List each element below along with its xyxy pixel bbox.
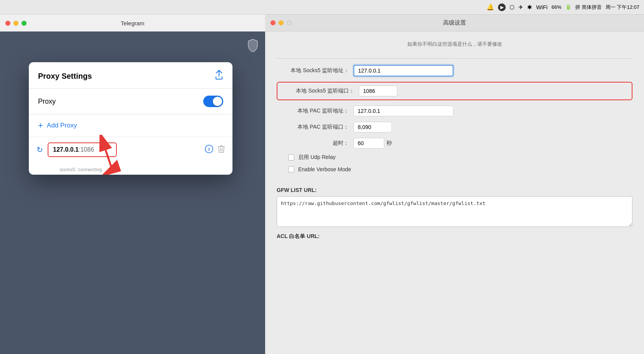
add-proxy-label[interactable]: Add Proxy [47,122,77,129]
location-icon[interactable]: ▶ [498,3,506,11]
proxy-label: Proxy [38,98,56,106]
udp-relay-checkbox[interactable] [288,154,294,160]
telegram-title: Telegram [121,20,144,26]
timeout-input[interactable] [354,138,384,149]
notification-icon[interactable]: 🔔 [486,3,494,11]
socks5-port-label: 本地 Socks5 监听端口： [282,88,359,94]
timeout-row: 超时： 秒 [277,138,632,149]
proxy-address-port: :1086 [79,146,94,153]
acl-url-label: ACL 白名单 URL: [277,233,632,240]
pac-address-label: 本地 PAC 监听地址： [277,108,354,114]
proxy-address-ip: 127.0.0.1 [53,146,79,153]
maximize-button[interactable] [22,21,27,26]
minimize-button[interactable] [13,21,18,26]
proxy-status: socks5: connecting [60,167,102,172]
add-proxy-plus-icon: + [38,121,43,131]
telegram-body: Proxy Settings Proxy + Add Proxy [0,31,265,354]
socks5-address-row: 本地 Socks5 监听地址： [277,65,632,76]
menubar: 🔔 ▶ ⬡ ✈ ✱ WiFi 66% 🔋 拼 简体拼音 周一 下午12:07 [0,0,644,15]
udp-relay-label: 启用 Udp Relay [298,154,335,161]
gfw-url-input[interactable]: https://raw.githubusercontent.com/gfwlis… [277,196,632,227]
settings-body: 如果你不明白这些选项是什么，请不要修改 本地 Socks5 监听地址： 本地 S… [265,31,644,184]
settings-minimize-button[interactable] [279,20,284,25]
battery-indicator: 66% [551,4,561,10]
pac-port-label: 本地 PAC 监听端口： [277,124,354,131]
settings-titlebar: 高级设置 [265,15,644,31]
proxy-toggle[interactable] [203,96,223,107]
pac-address-row: 本地 PAC 监听地址： [277,106,632,116]
socks5-address-label: 本地 Socks5 监听地址： [277,67,354,74]
toggle-knob [213,97,222,106]
telegram-titlebar: Telegram [0,15,265,31]
info-icon[interactable]: i [205,145,213,155]
close-button[interactable] [5,21,10,26]
verbose-mode-checkbox[interactable] [288,166,294,172]
settings-warning: 如果你不明白这些选项是什么，请不要修改 [277,38,632,51]
proxy-modal-title: Proxy Settings [38,72,92,81]
timeout-suffix: 秒 [387,140,392,147]
telegram-pane: Telegram Proxy Settings Proxy [0,15,265,354]
gfw-url-label: GFW LIST URL: [277,187,632,193]
settings-title: 高级设置 [443,19,466,26]
timeout-label: 超时： [277,140,354,147]
menubar-right: 🔔 ▶ ⬡ ✈ ✱ WiFi 66% 🔋 拼 简体拼音 周一 下午12:07 [486,3,639,11]
battery-icon: 🔋 [565,4,571,10]
socks5-address-input[interactable] [354,65,453,76]
menubar-time: 周一 下午12:07 [606,4,639,11]
telegram-window-controls [5,21,27,26]
svg-text:i: i [208,146,210,152]
bluetooth-icon[interactable]: ✱ [527,4,532,11]
proxy-settings-modal: Proxy Settings Proxy + Add Proxy [29,62,232,175]
cursor-icon: ⬡ [510,4,515,11]
pac-address-input[interactable] [354,106,453,116]
send-icon[interactable]: ✈ [518,4,523,11]
shield-icon[interactable] [247,38,259,54]
settings-maximize-button[interactable] [287,20,292,25]
proxy-modal-header: Proxy Settings [29,62,232,89]
wifi-icon: WiFi [536,4,548,10]
pac-port-input[interactable] [354,122,392,132]
loading-icon: ↻ [37,145,43,154]
pac-port-row: 本地 PAC 监听端口： [277,122,632,132]
input-method[interactable]: 拼 简体拼音 [575,4,602,11]
delete-icon[interactable] [218,145,225,155]
proxy-toggle-row: Proxy [29,89,232,114]
settings-window-controls [271,20,292,25]
proxy-address-box[interactable]: 127.0.0.1:1086 [48,142,117,157]
share-icon[interactable] [215,70,223,82]
verbose-mode-label: Enable Verbose Mode [298,166,351,172]
settings-divider [277,58,632,59]
settings-pane: 高级设置 如果你不明白这些选项是什么，请不要修改 本地 Socks5 监听地址：… [265,15,644,354]
settings-close-button[interactable] [271,20,276,25]
socks5-port-row-highlighted: 本地 Socks5 监听端口： [277,82,632,100]
udp-relay-row: 启用 Udp Relay [277,154,632,161]
verbose-mode-row: Enable Verbose Mode [277,166,632,172]
gfw-section: GFW LIST URL: https://raw.githubusercont… [265,187,644,240]
proxy-item-row: ↻ 127.0.0.1:1086 i [29,137,232,162]
add-proxy-row[interactable]: + Add Proxy [29,114,232,137]
socks5-port-input[interactable] [359,86,397,96]
